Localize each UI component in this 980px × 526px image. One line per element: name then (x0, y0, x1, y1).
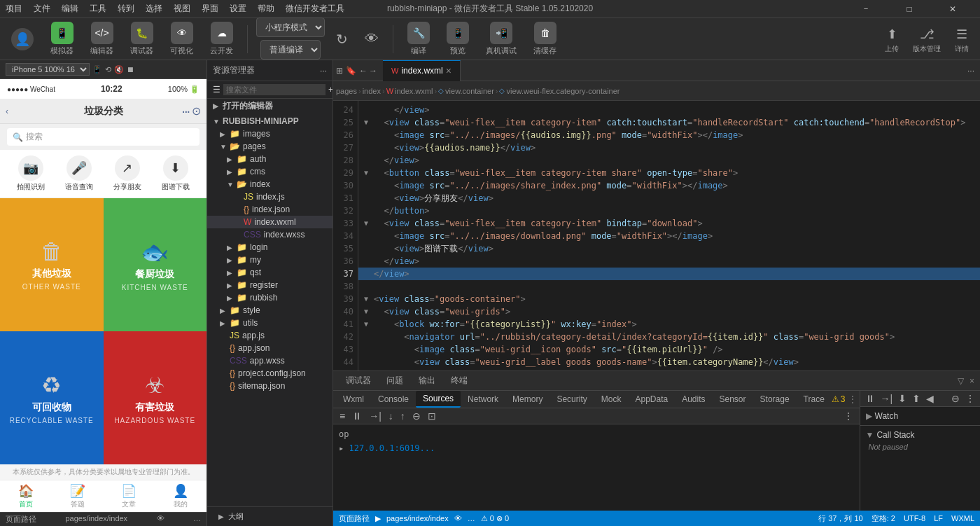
menu-dots[interactable]: ··· ⊙ (181, 103, 201, 119)
fold-35[interactable] (364, 242, 371, 255)
fold-40[interactable]: ▼ (364, 305, 371, 318)
devtools-tab-output[interactable]: 输出 (412, 372, 442, 389)
tree-folder-rubbish[interactable]: ▶ 📁 rubbish (207, 291, 332, 304)
fold-42[interactable] (364, 331, 371, 343)
devtools-x-icon[interactable]: × (969, 376, 974, 386)
panel-tab-trace[interactable]: Trace (797, 392, 832, 407)
visual-button[interactable]: 👁 可视化 (164, 19, 199, 59)
devtools-step-btn[interactable]: →| (367, 410, 384, 422)
new-file-icon[interactable]: + (328, 85, 333, 95)
fold-39[interactable]: ▼ (364, 293, 371, 305)
detail-button[interactable]: ☰ 详情 (949, 22, 974, 57)
panel-tab-mock[interactable]: Mock (594, 392, 629, 407)
nav-articles[interactable]: 📄 文章 (104, 480, 155, 512)
fold-41[interactable]: ▼ (364, 318, 371, 331)
waste-recyclable[interactable]: ♻ 可回收物 RECYCLABLE WASTE (0, 331, 104, 464)
panel-menu-icon[interactable]: ⋮ (848, 394, 857, 404)
preview-eye-button[interactable]: 👁 (359, 28, 384, 50)
devtools-deactivate-btn[interactable]: ⊖ (410, 410, 423, 422)
dt-right-pause-btn[interactable]: ⏸ (863, 392, 877, 405)
outline-section[interactable]: ▶ 大纲 (213, 510, 327, 523)
share-icon-item[interactable]: ↗ 分享朋友 (113, 155, 141, 192)
menu-item-file[interactable]: 文件 (34, 3, 50, 15)
mode-selector[interactable]: 小程序模式 (256, 18, 325, 37)
menu-item-help[interactable]: 帮助 (258, 3, 274, 15)
avatar-button[interactable]: 👤 (6, 25, 39, 53)
panel-tab-appdata[interactable]: AppData (628, 392, 675, 407)
menu-item-goto[interactable]: 转到 (118, 3, 134, 15)
devtools-tab-debugger[interactable]: 调试器 (339, 372, 378, 389)
list-view-icon[interactable]: ☰ (213, 85, 220, 95)
tree-file-indexjs[interactable]: JS index.js (207, 191, 332, 203)
menu-item-select[interactable]: 选择 (146, 3, 162, 15)
voice-icon-item[interactable]: 🎤 语音查询 (65, 155, 93, 192)
tree-file-indexwxss[interactable]: CSS index.wxss (207, 228, 332, 241)
tree-folder-login[interactable]: ▶ 📁 login (207, 241, 332, 254)
dt-right-stepout-btn[interactable]: ⬆ (910, 392, 923, 405)
upload-button[interactable]: ⬆ 上传 (879, 22, 904, 57)
panel-tab-console[interactable]: Console (371, 392, 416, 407)
fold-37[interactable] (364, 268, 371, 280)
tree-file-indexwxml[interactable]: W index.wxml (207, 216, 332, 228)
real-device-button[interactable]: 📲 真机调试 (480, 19, 522, 59)
breadcrumb-container[interactable]: view.container (445, 87, 494, 95)
fold-36[interactable] (364, 255, 371, 268)
nav-forward-icon[interactable]: → (369, 66, 377, 76)
sim-more[interactable]: … (193, 514, 201, 525)
rotate-icon[interactable]: ⟲ (105, 65, 111, 74)
tree-folder-images[interactable]: ▶ 📁 images (207, 127, 332, 140)
project-section[interactable]: ▼ RUBBISH-MINIAPP (207, 115, 332, 127)
file-tree-more-icon[interactable]: ··· (320, 66, 327, 76)
devtools-more-right[interactable]: ⋮ (841, 410, 855, 422)
path-eye-icon[interactable]: 👁 (454, 514, 462, 522)
panel-tab-wxml[interactable]: Wxml (336, 392, 371, 407)
fold-34[interactable] (364, 230, 371, 242)
fold-31[interactable] (364, 192, 371, 205)
devtools-nodomain-btn[interactable]: ⊡ (426, 410, 438, 422)
watch-toggle[interactable]: ▶ Watch (866, 410, 975, 422)
fold-29[interactable]: ▼ (364, 167, 371, 179)
tree-folder-pages[interactable]: ▼ 📂 pages (207, 140, 332, 153)
devtools-stepout-btn[interactable]: ↑ (398, 410, 407, 422)
waste-hazardous[interactable]: ☣ 有害垃圾 HAZARDOUS WASTE (104, 331, 207, 464)
close-button[interactable]: ✕ (937, 0, 969, 18)
fold-30[interactable] (364, 179, 371, 192)
devtools-tab-problems[interactable]: 问题 (379, 372, 410, 389)
callstack-toggle[interactable]: ▼ Call Stack (866, 429, 975, 441)
tree-folder-cms[interactable]: ▶ 📁 cms (207, 165, 332, 178)
menu-item-project[interactable]: 项目 (6, 3, 22, 15)
fold-43[interactable] (364, 343, 371, 356)
file-search-input[interactable] (223, 84, 326, 95)
debugger-button[interactable]: 🐛 调试器 (125, 19, 159, 59)
nav-quiz[interactable]: 📝 答题 (52, 480, 104, 512)
panel-tab-memory[interactable]: Memory (505, 392, 550, 407)
cloud-button[interactable]: ☁ 云开发 (204, 19, 239, 59)
fold-27[interactable] (364, 141, 371, 154)
maximize-button[interactable]: □ (893, 0, 925, 18)
simulator-button[interactable]: 📱 模拟器 (45, 19, 79, 59)
tree-folder-utils[interactable]: ▶ 📁 utils (207, 317, 332, 329)
tree-file-appjs[interactable]: JS app.js (207, 329, 332, 342)
fold-44[interactable] (364, 356, 371, 368)
dt-right-more-btn[interactable]: ⋮ (963, 392, 977, 405)
tree-file-appjson[interactable]: {} app.json (207, 342, 332, 354)
breadcrumb-pages[interactable]: pages (336, 87, 357, 95)
tree-folder-auth[interactable]: ▶ 📁 auth (207, 153, 332, 165)
menu-item-interface[interactable]: 界面 (202, 3, 218, 15)
fold-32[interactable] (364, 205, 371, 217)
code-editor[interactable]: </view> ▼ <view class="weui-flex__item c… (358, 101, 980, 371)
refresh-button[interactable]: ↻ (330, 28, 354, 50)
devtools-back-btn[interactable]: ≡ (337, 410, 347, 422)
fold-33[interactable]: ▼ (364, 217, 371, 230)
dt-right-deact-btn[interactable]: ⊖ (949, 392, 962, 405)
clear-cache-button[interactable]: 🗑 清缓存 (528, 19, 562, 59)
waste-kitchen[interactable]: 🐟 餐厨垃圾 KITCHEN WASTE (104, 198, 207, 331)
tree-folder-register[interactable]: ▶ 📁 register (207, 279, 332, 291)
panel-tab-sensor[interactable]: Sensor (713, 392, 753, 407)
dt-right-stepback-btn[interactable]: ◀ (924, 392, 936, 405)
version-button[interactable]: ⎇ 版本管理 (910, 22, 944, 57)
download-icon-item[interactable]: ⬇ 图谱下载 (162, 155, 190, 192)
search-input[interactable]: 🔍 搜索 (7, 128, 200, 146)
dt-right-stepin-btn[interactable]: ⬇ (896, 392, 909, 405)
back-button[interactable]: ‹ (6, 106, 8, 116)
